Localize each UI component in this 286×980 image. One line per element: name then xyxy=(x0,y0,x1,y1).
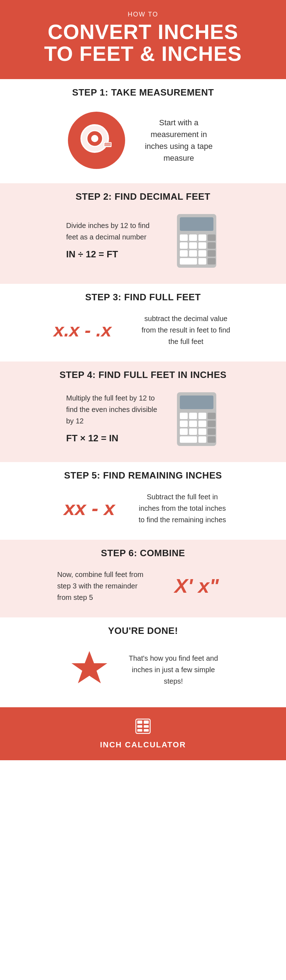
svg-rect-31 xyxy=(180,413,188,419)
calculator-icon-step2 xyxy=(174,212,220,269)
svg-rect-25 xyxy=(208,250,216,257)
svg-rect-16 xyxy=(198,234,206,241)
svg-rect-43 xyxy=(180,436,197,443)
step5-formula-display: xx - x xyxy=(57,496,122,520)
step2-header: STEP 2: FIND DECIMAL FEET xyxy=(0,183,286,209)
svg-rect-34 xyxy=(208,413,216,419)
svg-rect-30 xyxy=(180,396,213,409)
svg-rect-17 xyxy=(208,234,216,241)
svg-rect-51 xyxy=(144,725,149,728)
star-icon xyxy=(66,646,112,693)
svg-rect-23 xyxy=(189,250,197,257)
svg-rect-52 xyxy=(137,729,142,732)
how-to-label: HOW TO xyxy=(21,11,265,18)
svg-rect-48 xyxy=(137,721,142,724)
svg-rect-21 xyxy=(208,242,216,249)
svg-rect-37 xyxy=(198,420,206,427)
svg-rect-15 xyxy=(189,234,197,241)
step6-header: STEP 6: COMBINE xyxy=(0,540,286,565)
step3-text: subtract the decimal value from the resu… xyxy=(139,313,232,347)
step5-section: STEP 5: FIND REMAINING INCHES xx - x Sub… xyxy=(0,462,286,540)
svg-rect-13 xyxy=(180,217,213,231)
step6-body: Now, combine full feet from step 3 with … xyxy=(0,565,286,617)
footer-brand: INCH CALCULATOR xyxy=(7,740,279,749)
svg-rect-53 xyxy=(144,729,149,732)
header-section: HOW TO CONVERT INCHES TO FEET & INCHES xyxy=(0,0,286,79)
step6-text: Now, combine full feet from step 3 with … xyxy=(57,569,150,603)
step1-text: Start with a measurement in inches using… xyxy=(139,117,218,164)
done-text: That's how you find feet and inches in j… xyxy=(127,652,220,687)
step1-section: STEP 1: TAKE MEASUREMENT xyxy=(0,79,286,183)
step4-header: STEP 4: FIND FULL FEET IN INCHES xyxy=(0,361,286,387)
main-title: CONVERT INCHES TO FEET & INCHES xyxy=(21,21,265,65)
step2-text: Divide inches by 12 to find feet as a de… xyxy=(66,220,159,262)
done-body: That's how you find feet and inches in j… xyxy=(0,643,286,707)
step4-section: STEP 4: FIND FULL FEET IN INCHES Multipl… xyxy=(0,361,286,462)
step2-section: STEP 2: FIND DECIMAL FEET Divide inches … xyxy=(0,183,286,284)
step4-formula: FT × 12 = IN xyxy=(66,431,159,446)
done-section: YOU'RE DONE! That's how you find feet an… xyxy=(0,617,286,707)
svg-rect-27 xyxy=(198,258,206,264)
svg-rect-40 xyxy=(189,428,197,435)
step5-text: Subtract the full feet in inches from th… xyxy=(136,491,229,525)
svg-rect-35 xyxy=(180,420,188,427)
svg-rect-24 xyxy=(198,250,206,257)
step5-body: xx - x Subtract the full feet in inches … xyxy=(0,487,286,540)
svg-rect-32 xyxy=(189,413,197,419)
footer-calculator-icon xyxy=(7,717,279,737)
step3-body: x.x - .x subtract the decimal value from… xyxy=(0,309,286,361)
svg-rect-38 xyxy=(208,420,216,427)
step2-formula: IN ÷ 12 = FT xyxy=(66,247,159,262)
svg-rect-22 xyxy=(180,250,188,257)
footer-section: INCH CALCULATOR xyxy=(0,707,286,760)
step3-section: STEP 3: FIND FULL FEET x.x - .x subtract… xyxy=(0,284,286,361)
done-header: YOU'RE DONE! xyxy=(0,617,286,643)
svg-rect-20 xyxy=(198,242,206,249)
step1-header: STEP 1: TAKE MEASUREMENT xyxy=(0,79,286,105)
svg-rect-18 xyxy=(180,242,188,249)
svg-rect-19 xyxy=(189,242,197,249)
svg-rect-36 xyxy=(189,420,197,427)
svg-rect-14 xyxy=(180,234,188,241)
svg-rect-49 xyxy=(144,721,149,724)
svg-rect-39 xyxy=(180,428,188,435)
step5-header: STEP 5: FIND REMAINING INCHES xyxy=(0,462,286,487)
svg-rect-44 xyxy=(198,436,206,443)
step3-formula-display: x.x - .x xyxy=(54,319,125,341)
step2-body: Divide inches by 12 to find feet as a de… xyxy=(0,209,286,284)
svg-point-3 xyxy=(91,135,98,142)
calculator-icon-step4 xyxy=(174,390,220,448)
svg-rect-33 xyxy=(198,413,206,419)
tape-measure-icon xyxy=(68,112,125,169)
svg-rect-41 xyxy=(198,428,206,435)
step1-body: Start with a measurement in inches using… xyxy=(0,105,286,183)
svg-rect-50 xyxy=(137,725,142,728)
svg-rect-42 xyxy=(208,428,216,435)
step4-body: Multiply the full feet by 12 to find the… xyxy=(0,387,286,462)
svg-rect-28 xyxy=(208,258,216,264)
step6-formula-display: X' x" xyxy=(164,574,229,597)
svg-rect-45 xyxy=(208,436,216,443)
svg-marker-46 xyxy=(71,651,107,683)
step4-text: Multiply the full feet by 12 to find the… xyxy=(66,392,159,446)
tape-measure-svg xyxy=(79,123,114,158)
step3-header: STEP 3: FIND FULL FEET xyxy=(0,284,286,309)
step6-section: STEP 6: COMBINE Now, combine full feet f… xyxy=(0,540,286,617)
svg-rect-26 xyxy=(180,258,197,264)
